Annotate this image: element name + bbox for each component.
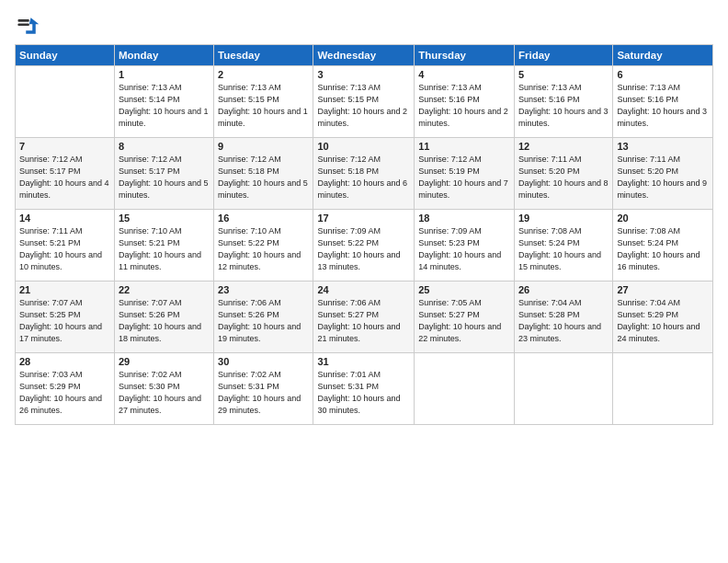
day-number: 18 xyxy=(418,213,510,224)
day-number: 29 xyxy=(119,356,210,367)
calendar-cell: 5Sunrise: 7:13 AMSunset: 5:16 PMDaylight… xyxy=(514,66,612,138)
day-number: 13 xyxy=(617,141,709,152)
day-info: Sunrise: 7:12 AMSunset: 5:18 PMDaylight:… xyxy=(317,154,410,201)
day-info: Sunrise: 7:12 AMSunset: 5:19 PMDaylight:… xyxy=(418,154,510,201)
day-info: Sunrise: 7:11 AMSunset: 5:20 PMDaylight:… xyxy=(518,154,609,201)
day-number: 12 xyxy=(518,141,609,152)
calendar-cell: 8Sunrise: 7:12 AMSunset: 5:17 PMDaylight… xyxy=(114,138,213,210)
calendar-cell: 7Sunrise: 7:12 AMSunset: 5:17 PMDaylight… xyxy=(16,138,115,210)
day-number: 19 xyxy=(518,213,609,224)
day-number: 28 xyxy=(19,356,110,367)
day-info: Sunrise: 7:12 AMSunset: 5:17 PMDaylight:… xyxy=(119,154,210,201)
day-info: Sunrise: 7:08 AMSunset: 5:24 PMDaylight:… xyxy=(617,225,709,273)
calendar-cell: 6Sunrise: 7:13 AMSunset: 5:16 PMDaylight… xyxy=(613,66,713,138)
logo xyxy=(15,13,44,39)
day-header-thursday: Thursday xyxy=(415,45,515,66)
calendar-cell: 27Sunrise: 7:04 AMSunset: 5:29 PMDayligh… xyxy=(613,282,713,353)
day-info: Sunrise: 7:07 AMSunset: 5:26 PMDaylight:… xyxy=(119,297,210,345)
day-number: 15 xyxy=(119,213,210,224)
calendar-cell: 17Sunrise: 7:09 AMSunset: 5:22 PMDayligh… xyxy=(313,210,415,282)
week-row-3: 14Sunrise: 7:11 AMSunset: 5:21 PMDayligh… xyxy=(16,210,713,282)
calendar-cell: 24Sunrise: 7:06 AMSunset: 5:27 PMDayligh… xyxy=(313,282,415,353)
day-info: Sunrise: 7:10 AMSunset: 5:21 PMDaylight:… xyxy=(119,225,210,273)
calendar-cell: 10Sunrise: 7:12 AMSunset: 5:18 PMDayligh… xyxy=(313,138,415,210)
calendar-cell: 20Sunrise: 7:08 AMSunset: 5:24 PMDayligh… xyxy=(613,210,713,282)
day-info: Sunrise: 7:13 AMSunset: 5:15 PMDaylight:… xyxy=(218,82,309,130)
day-info: Sunrise: 7:03 AMSunset: 5:29 PMDaylight:… xyxy=(19,369,110,417)
day-number: 23 xyxy=(218,284,309,295)
day-info: Sunrise: 7:06 AMSunset: 5:27 PMDaylight:… xyxy=(317,297,410,345)
logo-icon xyxy=(15,13,40,39)
calendar-cell: 22Sunrise: 7:07 AMSunset: 5:26 PMDayligh… xyxy=(114,282,213,353)
day-number: 8 xyxy=(119,141,210,152)
calendar-cell: 14Sunrise: 7:11 AMSunset: 5:21 PMDayligh… xyxy=(16,210,115,282)
day-info: Sunrise: 7:05 AMSunset: 5:27 PMDaylight:… xyxy=(418,297,510,345)
day-number: 1 xyxy=(119,69,210,80)
calendar-cell xyxy=(415,353,515,425)
calendar-cell: 4Sunrise: 7:13 AMSunset: 5:16 PMDaylight… xyxy=(415,66,515,138)
day-number: 31 xyxy=(317,356,410,367)
day-number: 16 xyxy=(218,213,309,224)
day-number: 11 xyxy=(418,141,510,152)
svg-rect-2 xyxy=(18,23,29,26)
day-number: 20 xyxy=(617,213,709,224)
day-info: Sunrise: 7:10 AMSunset: 5:22 PMDaylight:… xyxy=(218,225,309,273)
calendar-table: SundayMondayTuesdayWednesdayThursdayFrid… xyxy=(15,44,713,425)
week-row-5: 28Sunrise: 7:03 AMSunset: 5:29 PMDayligh… xyxy=(16,353,713,425)
day-header-wednesday: Wednesday xyxy=(313,45,415,66)
calendar-cell: 31Sunrise: 7:01 AMSunset: 5:31 PMDayligh… xyxy=(313,353,415,425)
day-info: Sunrise: 7:06 AMSunset: 5:26 PMDaylight:… xyxy=(218,297,309,345)
header xyxy=(15,13,713,39)
day-number: 26 xyxy=(518,284,609,295)
calendar-cell: 18Sunrise: 7:09 AMSunset: 5:23 PMDayligh… xyxy=(415,210,515,282)
calendar-cell: 23Sunrise: 7:06 AMSunset: 5:26 PMDayligh… xyxy=(214,282,313,353)
calendar-cell: 26Sunrise: 7:04 AMSunset: 5:28 PMDayligh… xyxy=(514,282,612,353)
calendar-cell: 19Sunrise: 7:08 AMSunset: 5:24 PMDayligh… xyxy=(514,210,612,282)
day-number: 27 xyxy=(617,284,709,295)
day-number: 7 xyxy=(19,141,110,152)
day-info: Sunrise: 7:07 AMSunset: 5:25 PMDaylight:… xyxy=(19,297,110,345)
calendar-cell: 2Sunrise: 7:13 AMSunset: 5:15 PMDaylight… xyxy=(214,66,313,138)
week-row-4: 21Sunrise: 7:07 AMSunset: 5:25 PMDayligh… xyxy=(16,282,713,353)
calendar-cell: 29Sunrise: 7:02 AMSunset: 5:30 PMDayligh… xyxy=(114,353,213,425)
day-header-saturday: Saturday xyxy=(613,45,713,66)
day-header-sunday: Sunday xyxy=(16,45,115,66)
header-row: SundayMondayTuesdayWednesdayThursdayFrid… xyxy=(16,45,713,66)
day-number: 17 xyxy=(317,213,410,224)
week-row-1: 1Sunrise: 7:13 AMSunset: 5:14 PMDaylight… xyxy=(16,66,713,138)
day-info: Sunrise: 7:04 AMSunset: 5:29 PMDaylight:… xyxy=(617,297,709,345)
day-header-monday: Monday xyxy=(114,45,213,66)
day-number: 22 xyxy=(119,284,210,295)
calendar-cell: 9Sunrise: 7:12 AMSunset: 5:18 PMDaylight… xyxy=(214,138,313,210)
day-info: Sunrise: 7:09 AMSunset: 5:23 PMDaylight:… xyxy=(418,225,510,273)
day-info: Sunrise: 7:13 AMSunset: 5:16 PMDaylight:… xyxy=(418,82,510,130)
day-info: Sunrise: 7:01 AMSunset: 5:31 PMDaylight:… xyxy=(317,369,410,417)
day-number: 14 xyxy=(19,213,110,224)
calendar-cell: 30Sunrise: 7:02 AMSunset: 5:31 PMDayligh… xyxy=(214,353,313,425)
day-info: Sunrise: 7:13 AMSunset: 5:15 PMDaylight:… xyxy=(317,82,410,130)
day-info: Sunrise: 7:12 AMSunset: 5:17 PMDaylight:… xyxy=(19,154,110,201)
calendar-cell: 12Sunrise: 7:11 AMSunset: 5:20 PMDayligh… xyxy=(514,138,612,210)
day-info: Sunrise: 7:09 AMSunset: 5:22 PMDaylight:… xyxy=(317,225,410,273)
day-number: 2 xyxy=(218,69,309,80)
day-number: 21 xyxy=(19,284,110,295)
day-info: Sunrise: 7:02 AMSunset: 5:30 PMDaylight:… xyxy=(119,369,210,417)
day-info: Sunrise: 7:08 AMSunset: 5:24 PMDaylight:… xyxy=(518,225,609,273)
day-info: Sunrise: 7:11 AMSunset: 5:21 PMDaylight:… xyxy=(19,225,110,273)
week-row-2: 7Sunrise: 7:12 AMSunset: 5:17 PMDaylight… xyxy=(16,138,713,210)
page: SundayMondayTuesdayWednesdayThursdayFrid… xyxy=(0,0,728,563)
svg-rect-1 xyxy=(18,19,29,22)
calendar-cell: 11Sunrise: 7:12 AMSunset: 5:19 PMDayligh… xyxy=(415,138,515,210)
day-number: 25 xyxy=(418,284,510,295)
day-number: 10 xyxy=(317,141,410,152)
calendar-cell: 15Sunrise: 7:10 AMSunset: 5:21 PMDayligh… xyxy=(114,210,213,282)
day-info: Sunrise: 7:12 AMSunset: 5:18 PMDaylight:… xyxy=(218,154,309,201)
day-info: Sunrise: 7:02 AMSunset: 5:31 PMDaylight:… xyxy=(218,369,309,417)
day-header-friday: Friday xyxy=(514,45,612,66)
day-info: Sunrise: 7:04 AMSunset: 5:28 PMDaylight:… xyxy=(518,297,609,345)
day-info: Sunrise: 7:13 AMSunset: 5:16 PMDaylight:… xyxy=(617,82,709,130)
calendar-cell: 3Sunrise: 7:13 AMSunset: 5:15 PMDaylight… xyxy=(313,66,415,138)
day-number: 24 xyxy=(317,284,410,295)
calendar-cell: 16Sunrise: 7:10 AMSunset: 5:22 PMDayligh… xyxy=(214,210,313,282)
day-number: 9 xyxy=(218,141,309,152)
